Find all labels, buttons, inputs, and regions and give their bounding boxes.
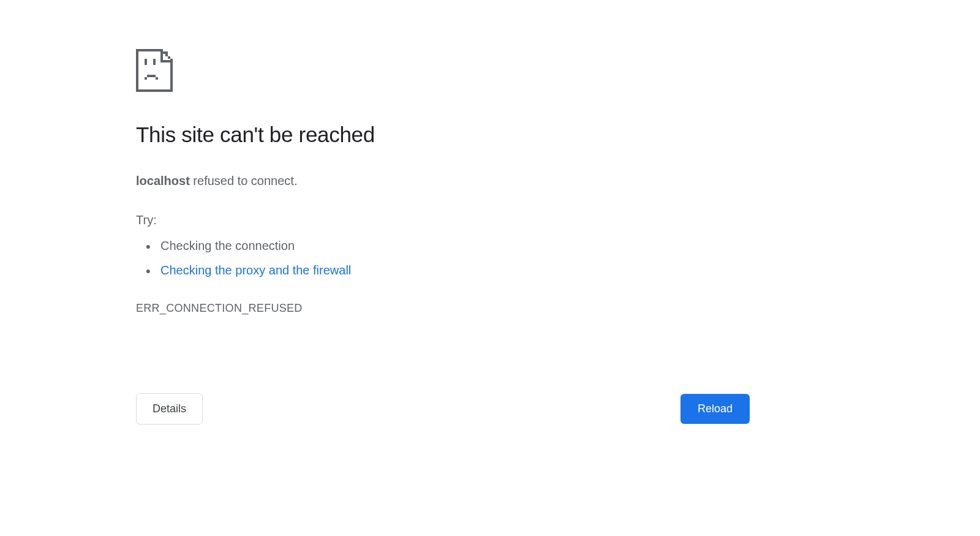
error-code: ERR_CONNECTION_REFUSED bbox=[136, 302, 750, 315]
try-label: Try: bbox=[136, 213, 750, 227]
svg-rect-2 bbox=[170, 60, 173, 92]
button-row: Details Reload bbox=[136, 393, 750, 425]
svg-rect-5 bbox=[163, 51, 165, 54]
try-section: Try: Checking the connection Checking th… bbox=[136, 213, 750, 282]
svg-rect-16 bbox=[156, 77, 158, 80]
error-description: localhost refused to connect. bbox=[136, 172, 750, 190]
error-page-container: This site can't be reached localhost ref… bbox=[136, 49, 750, 315]
sad-file-icon bbox=[136, 49, 173, 92]
suggestions-list: Checking the connection Checking the pro… bbox=[136, 233, 750, 282]
svg-rect-0 bbox=[136, 49, 160, 51]
svg-rect-1 bbox=[136, 49, 138, 92]
svg-rect-6 bbox=[165, 54, 168, 56]
details-button[interactable]: Details bbox=[136, 393, 203, 425]
error-hostname: localhost bbox=[136, 174, 190, 187]
reload-button[interactable]: Reload bbox=[680, 394, 750, 424]
svg-rect-11 bbox=[165, 51, 168, 54]
svg-rect-14 bbox=[145, 77, 147, 80]
svg-rect-9 bbox=[160, 49, 163, 61]
svg-rect-7 bbox=[168, 56, 170, 59]
svg-rect-15 bbox=[147, 75, 156, 77]
error-title: This site can't be reached bbox=[136, 123, 750, 147]
svg-rect-10 bbox=[160, 60, 173, 62]
error-message-suffix: refused to connect. bbox=[190, 174, 298, 187]
svg-rect-12 bbox=[145, 59, 147, 65]
suggestion-item: Checking the connection bbox=[160, 233, 750, 258]
suggestion-link-proxy-firewall[interactable]: Checking the proxy and the firewall bbox=[160, 258, 750, 282]
svg-rect-13 bbox=[153, 59, 156, 65]
svg-rect-3 bbox=[136, 89, 173, 92]
